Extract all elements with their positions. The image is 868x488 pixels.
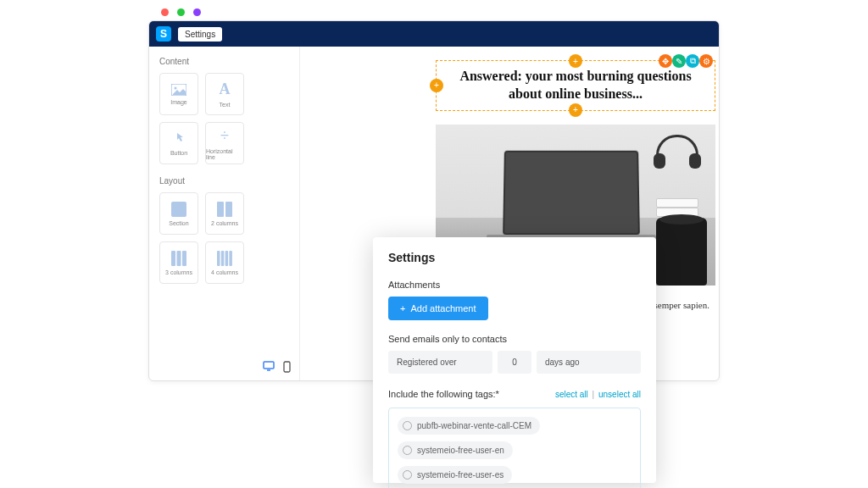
radio-icon xyxy=(403,470,412,480)
dot-close xyxy=(161,8,169,16)
tile-section[interactable]: Section xyxy=(159,192,198,235)
tag-item[interactable]: systemeio-free-user-es xyxy=(398,466,512,484)
radio-icon xyxy=(403,446,412,455)
tile-3col[interactable]: 3 columns xyxy=(159,241,198,284)
tile-text[interactable]: A Text xyxy=(205,73,244,115)
content-tiles: Image A Text Button ÷ Horizontal line xyxy=(159,73,289,164)
tag-select-links: select all | unselect all xyxy=(555,390,641,399)
add-handle-top[interactable]: + xyxy=(569,54,582,68)
image-icon xyxy=(171,84,186,96)
tag-label: systemeio-free-user-en xyxy=(417,446,504,455)
tile-4col[interactable]: 4 columns xyxy=(205,241,244,284)
svg-rect-9 xyxy=(221,251,225,266)
laptop-shape xyxy=(487,150,656,252)
tag-label: pubfb-webinar-vente-call-CEM xyxy=(417,421,531,430)
attachments-label: Attachments xyxy=(388,280,641,290)
books-shape xyxy=(656,188,698,217)
move-handle[interactable]: ✥ xyxy=(659,54,672,68)
tile-section-label: Section xyxy=(169,220,188,226)
tag-item[interactable]: pubfb-webinar-vente-call-CEM xyxy=(398,417,540,435)
svg-rect-10 xyxy=(225,251,229,266)
tags-header: Include the following tags:* select all … xyxy=(388,389,641,399)
pointer-icon xyxy=(172,131,186,147)
section-icon xyxy=(171,202,186,217)
registered-over-select[interactable]: Registered over xyxy=(388,351,492,374)
days-input[interactable]: 0 xyxy=(498,351,531,374)
plus-icon: + xyxy=(400,303,405,313)
tile-text-label: Text xyxy=(220,102,231,108)
svg-rect-2 xyxy=(171,202,186,217)
text-icon: A xyxy=(220,80,231,98)
svg-rect-12 xyxy=(264,362,274,369)
svg-rect-5 xyxy=(171,251,175,266)
select-all-link[interactable]: select all xyxy=(555,390,588,399)
svg-rect-3 xyxy=(217,202,224,217)
tag-label: systemeio-free-user-es xyxy=(417,470,504,480)
add-handle-bottom[interactable]: + xyxy=(569,103,582,117)
days-ago-select[interactable]: days ago xyxy=(537,351,641,374)
topbar-settings-button[interactable]: Settings xyxy=(178,27,222,42)
copy-handle[interactable]: ⧉ xyxy=(686,54,699,68)
mobile-preview-icon[interactable] xyxy=(283,361,291,375)
four-col-icon xyxy=(217,251,232,266)
divide-icon: ÷ xyxy=(220,127,229,145)
tile-image-label: Image xyxy=(170,99,186,105)
svg-rect-6 xyxy=(177,251,181,266)
two-col-icon xyxy=(217,202,232,217)
desktop-preview-icon[interactable] xyxy=(263,361,275,375)
dot-maximize xyxy=(193,8,201,16)
modal-title: Settings xyxy=(388,251,641,264)
edit-handle[interactable]: ✎ xyxy=(672,54,686,68)
tile-button[interactable]: Button xyxy=(159,122,198,164)
unselect-all-link[interactable]: unselect all xyxy=(598,390,641,399)
tag-item[interactable]: systemeio-free-user-en xyxy=(398,441,513,459)
tile-2col[interactable]: 2 columns xyxy=(205,192,244,235)
preview-toggle xyxy=(263,361,291,375)
registration-filter: Registered over 0 days ago xyxy=(388,351,641,374)
add-attachment-label: Add attachment xyxy=(410,303,476,313)
svg-point-1 xyxy=(175,86,177,89)
tile-3col-label: 3 columns xyxy=(165,269,192,275)
tags-label: Include the following tags:* xyxy=(388,389,499,399)
top-bar: S Settings xyxy=(149,21,719,47)
cup-shape xyxy=(656,218,707,286)
send-filter-label: Send emails only to contacts xyxy=(388,334,641,344)
add-attachment-button[interactable]: + Add attachment xyxy=(388,297,488,320)
sidebar-layout-label: Layout xyxy=(159,176,289,186)
add-handle-left[interactable]: + xyxy=(430,79,443,92)
app-logo: S xyxy=(156,26,171,42)
tile-2col-label: 2 columns xyxy=(211,220,238,226)
tile-hr[interactable]: ÷ Horizontal line xyxy=(205,122,244,164)
svg-rect-8 xyxy=(217,251,220,266)
sidebar: Content Image A Text Button ÷ Horizontal… xyxy=(149,47,300,380)
tile-button-label: Button xyxy=(170,150,187,156)
svg-rect-7 xyxy=(182,251,186,266)
window-traffic-lights xyxy=(161,8,201,16)
settings-modal: Settings Attachments + Add attachment Se… xyxy=(373,237,656,483)
svg-rect-4 xyxy=(225,202,232,217)
headphones-shape xyxy=(656,135,698,169)
svg-rect-11 xyxy=(229,251,232,266)
headline-text[interactable]: Answered: your most burning questions ab… xyxy=(448,68,703,103)
tile-hr-label: Horizontal line xyxy=(206,148,243,160)
radio-icon xyxy=(403,421,412,430)
settings-handle[interactable]: ⚙ xyxy=(699,54,713,68)
tags-container: pubfb-webinar-vente-call-CEM systemeio-f… xyxy=(388,408,641,488)
tile-4col-label: 4 columns xyxy=(211,269,238,275)
dot-minimize xyxy=(177,8,185,16)
separator: | xyxy=(593,390,595,399)
sidebar-content-label: Content xyxy=(159,57,289,66)
layout-tiles: Section 2 columns 3 columns 4 columns xyxy=(159,192,289,284)
tile-image[interactable]: Image xyxy=(159,73,198,115)
headline-block[interactable]: + + + ✎ ⧉ ⚙ ✥ Answered: your most burnin… xyxy=(436,60,715,111)
three-col-icon xyxy=(171,251,186,266)
svg-rect-13 xyxy=(284,362,290,372)
